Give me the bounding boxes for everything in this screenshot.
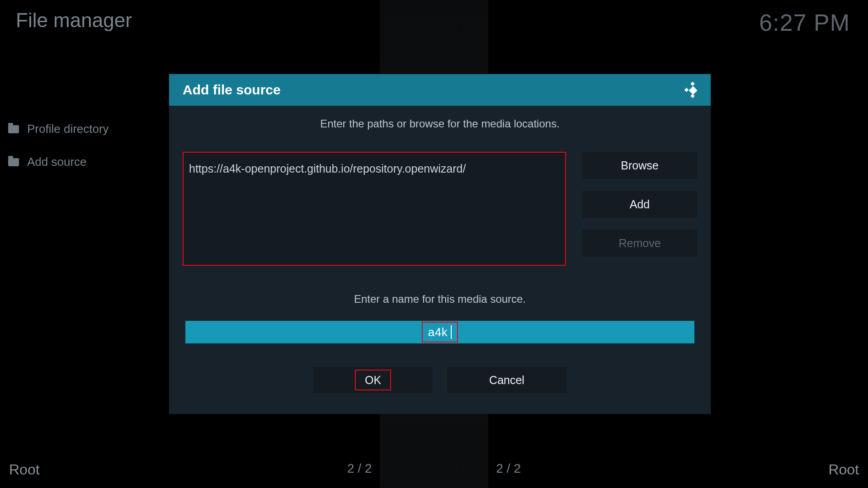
sidebar-item-label: Add source (27, 155, 87, 169)
name-instruction: Enter a name for this media source. (183, 293, 697, 305)
right-pane-count: 2 / 2 (496, 461, 521, 476)
top-bar: File manager 6:27 PM (16, 9, 850, 36)
add-file-source-dialog: Add file source Enter the paths or brows… (169, 74, 711, 414)
path-value: https://a4k-openproject.github.io/reposi… (189, 157, 560, 180)
page-title: File manager (16, 9, 132, 32)
folder-icon (8, 158, 19, 166)
bottom-left-label: Root (9, 461, 40, 478)
bottom-counts: 2 / 2 2 / 2 (9, 461, 859, 476)
dialog-footer: OK Cancel (183, 367, 697, 393)
source-name-input[interactable]: a4k (185, 321, 694, 343)
highlight-box (355, 370, 391, 390)
kodi-logo-icon (684, 82, 701, 98)
sidebar: Profile directory Add source (8, 122, 148, 169)
clock: 6:27 PM (759, 9, 850, 36)
folder-icon (8, 125, 19, 133)
sidebar-item-label: Profile directory (27, 122, 109, 136)
sidebar-item-profile-directory[interactable]: Profile directory (8, 122, 148, 136)
path-buttons: Browse Add Remove (582, 152, 697, 266)
svg-rect-1 (690, 94, 695, 98)
source-name-value: a4k (428, 325, 449, 339)
bottom-right-label: Root (828, 461, 859, 478)
dialog-title: Add file source (183, 82, 281, 98)
svg-rect-0 (690, 82, 695, 86)
dialog-header: Add file source (169, 74, 711, 106)
left-pane-count: 2 / 2 (347, 461, 372, 476)
path-instruction: Enter the paths or browse for the media … (183, 117, 697, 130)
sidebar-item-add-source[interactable]: Add source (8, 155, 148, 169)
add-button[interactable]: Add (582, 191, 697, 218)
cancel-button[interactable]: Cancel (447, 367, 566, 393)
bottom-bar: Root 2 / 2 2 / 2 Root (9, 461, 859, 478)
path-input[interactable]: https://a4k-openproject.github.io/reposi… (183, 152, 566, 266)
ok-button[interactable]: OK (313, 367, 433, 393)
browse-button[interactable]: Browse (582, 152, 697, 179)
svg-rect-3 (689, 86, 698, 95)
svg-rect-2 (684, 88, 689, 92)
remove-button: Remove (582, 230, 697, 257)
